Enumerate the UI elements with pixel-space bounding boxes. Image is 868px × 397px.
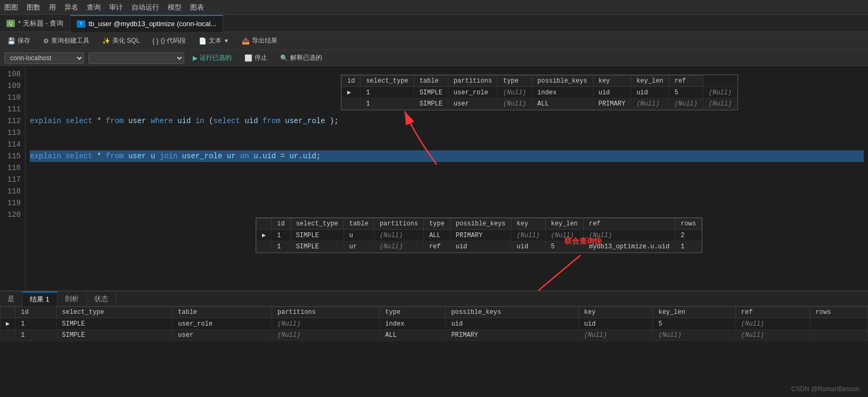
cell-arrow: ▶ <box>1 318 15 330</box>
cell-key: uid <box>631 87 669 99</box>
result-table-container[interactable]: id select_type table partitions type pos… <box>0 306 868 397</box>
tab-tb-user[interactable]: T tb_user @mydb13_optimize (conn-local..… <box>70 15 223 32</box>
menu-item-自动运行[interactable]: 自动运行 <box>132 3 159 12</box>
run-label: 运行已选的 <box>200 53 232 62</box>
cell-key-len: 5 <box>669 87 703 99</box>
col-select-type: select_type <box>56 307 173 318</box>
col-ref: ref <box>583 218 675 230</box>
cell-type: index <box>532 87 593 99</box>
database-select[interactable] <box>88 52 184 64</box>
col-type: type <box>423 218 450 230</box>
cell-possible-keys: uid <box>446 318 578 330</box>
export-button[interactable]: 📤 导出结果 <box>239 35 281 46</box>
col-table: table <box>414 76 448 87</box>
popup-result-table-bottom: id select_type table partitions type pos… <box>256 218 702 253</box>
cell-key-len: 5 <box>653 318 735 330</box>
cell-select-type: SIMPLE <box>290 241 343 253</box>
col-partitions: partitions <box>374 218 423 230</box>
bottom-tab-profiling[interactable]: 剖析 <box>58 291 87 306</box>
cell-table: user <box>448 99 497 110</box>
code-line-113 <box>30 127 864 139</box>
cell-type: ALL <box>380 330 446 341</box>
tab-icon-table: T <box>77 20 85 28</box>
table-row: 1 SIMPLE user (Null) ALL PRIMARY (Null) … <box>342 99 738 110</box>
cell-table: user_role <box>173 318 272 330</box>
connection-select[interactable]: conn-localhost <box>4 52 84 64</box>
cell-partitions: (Null) <box>374 230 423 241</box>
toolbar: 💾 保存 ⚙ 查询创建工具 ✨ 美化 SQL { } () 代码段 📄 文本 ▼… <box>0 32 868 50</box>
menu-item-模型[interactable]: 模型 <box>168 3 182 12</box>
cell-table: ur <box>343 241 374 253</box>
code-line-112: explain select * from user where uid in … <box>30 115 864 127</box>
col-id: id <box>342 76 361 87</box>
cell-partitions: (Null) <box>497 87 531 99</box>
code-block-button[interactable]: { } () 代码段 <box>149 35 189 46</box>
table-row: ▶ 1 SIMPLE u (Null) ALL PRIMARY (Null) (… <box>257 230 702 241</box>
col-arrow-h <box>257 218 272 230</box>
cell-select-type: SIMPLE <box>290 230 343 241</box>
beautify-button[interactable]: ✨ 美化 SQL <box>99 35 143 46</box>
cell-key-len: (Null) <box>545 230 583 241</box>
menu-bar: 图图 图数 用 异名 查询 审计 自动运行 模型 图表 <box>0 0 868 15</box>
code-editor[interactable]: 108 109 110 111 112 113 114 115 116 117 … <box>0 66 868 290</box>
cell-select-type: SIMPLE <box>414 87 448 99</box>
table-row: 1 SIMPLE ur (Null) ref uid uid 5 mydb13_… <box>257 241 702 253</box>
query-tool-button[interactable]: ⚙ 查询创建工具 <box>40 35 93 46</box>
cell-select-type: SIMPLE <box>414 99 448 110</box>
explain-button[interactable]: 🔍 解释已选的 <box>276 52 326 63</box>
cell-key: (Null) <box>511 230 545 241</box>
bottom-tab-results[interactable]: 结果 1 <box>22 291 58 306</box>
code-line-117 <box>30 174 864 185</box>
menu-item-图数[interactable]: 图数 <box>27 3 40 12</box>
cell-ref: mydb13_optimize.u.uid <box>583 241 675 253</box>
stop-label: 停止 <box>255 53 267 62</box>
text-button[interactable]: 📄 文本 ▼ <box>195 35 232 46</box>
cell-select-type: SIMPLE <box>56 330 173 341</box>
cell-possible-keys: PRIMARY <box>450 230 511 241</box>
result-table: id select_type table partitions type pos… <box>0 306 868 341</box>
col-type: type <box>497 76 531 87</box>
menu-item-异名[interactable]: 异名 <box>64 3 78 12</box>
cell-type: index <box>380 318 446 330</box>
code-line-118 <box>30 185 864 197</box>
cell-arrow <box>342 99 361 110</box>
beautify-icon: ✨ <box>102 37 110 45</box>
stop-button[interactable]: ⬜ 停止 <box>240 52 272 63</box>
code-line-114 <box>30 139 864 150</box>
cell-rows: 1 <box>675 241 702 253</box>
save-label: 保存 <box>18 36 30 45</box>
cell-partitions: (Null) <box>272 330 379 341</box>
menu-item-图表[interactable]: 图表 <box>190 3 204 12</box>
cell-id: 1 <box>272 230 290 241</box>
menu-item-用[interactable]: 用 <box>49 3 56 12</box>
cell-table: u <box>343 230 374 241</box>
tab-label-untitled: * 无标题 - 查询 <box>18 19 63 28</box>
menu-item-审计[interactable]: 审计 <box>109 3 123 12</box>
col-select-type: select_type <box>361 76 414 87</box>
save-button[interactable]: 💾 保存 <box>4 35 34 46</box>
cell-id: 1 <box>361 99 414 110</box>
explain-label: 解释已选的 <box>290 53 322 62</box>
col-possible-keys: possible_keys <box>532 76 593 87</box>
tab-bar: Q * 无标题 - 查询 T tb_user @mydb13_optimize … <box>0 15 868 32</box>
cell-arrow: ▶ <box>257 230 272 241</box>
run-button[interactable]: ▶ 运行已选的 <box>189 52 236 63</box>
bottom-tabs: 是 结果 1 剖析 状态 <box>0 291 868 306</box>
bottom-tab-是[interactable]: 是 <box>0 291 22 306</box>
cell-id: 1 <box>272 241 290 253</box>
query-tool-label: 查询创建工具 <box>51 36 89 45</box>
tab-label-tb-user: tb_user @mydb13_optimize (conn-local... <box>88 20 216 28</box>
bottom-tab-status[interactable]: 状态 <box>87 291 116 306</box>
beautify-label: 美化 SQL <box>112 36 140 45</box>
menu-item-查询[interactable]: 查询 <box>87 3 101 12</box>
tab-untitled[interactable]: Q * 无标题 - 查询 <box>0 15 70 32</box>
explain-icon: 🔍 <box>280 54 288 62</box>
menu-item-图图[interactable]: 图图 <box>4 3 18 12</box>
tab-icon-query: Q <box>6 20 15 27</box>
col-partitions: partitions <box>272 307 379 318</box>
col-key-len: key_len <box>653 307 735 318</box>
cell-partitions: (Null) <box>374 241 423 253</box>
col-key-len: key_len <box>545 218 583 230</box>
code-block-label: () 代码段 <box>161 36 186 45</box>
cell-possible-keys: PRIMARY <box>446 330 578 341</box>
